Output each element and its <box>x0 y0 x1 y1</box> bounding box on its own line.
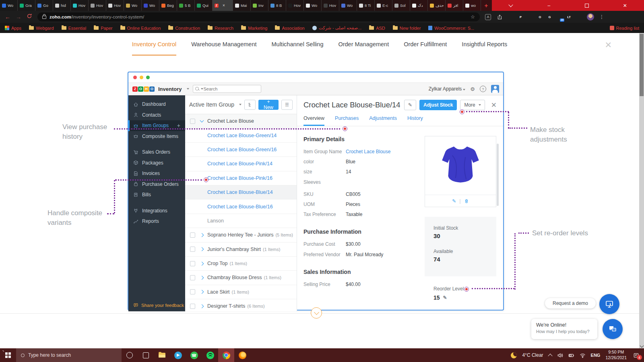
extension-icon[interactable]: P <box>518 14 524 20</box>
tab-search-icon[interactable] <box>492 0 530 11</box>
request-demo-button[interactable] <box>599 294 619 314</box>
browser-tab[interactable]: Wo × <box>304 0 322 11</box>
bookmark-item[interactable]: Association <box>275 26 304 31</box>
item-row[interactable]: Lace Skirt (1 Items) <box>185 285 297 299</box>
browser-tab[interactable]: Hov × <box>286 0 304 11</box>
browser-tab[interactable]: hid × <box>53 0 71 11</box>
detail-tab[interactable]: History <box>407 115 423 126</box>
browser-tab[interactable]: wo × <box>463 0 481 11</box>
back-icon[interactable]: ← <box>5 14 10 20</box>
item-row[interactable]: Crochet Lace Blouse-Pink/14 <box>185 157 297 171</box>
scrollbar-thumb[interactable] <box>640 34 644 96</box>
browser-menu-icon[interactable]: ⋮ <box>599 14 604 20</box>
extension-icon[interactable] <box>527 14 533 20</box>
sidebar-item[interactable]: Integrations <box>128 206 185 216</box>
site-nav-tab[interactable]: Order Fulfillment <box>404 33 447 56</box>
url-bar[interactable]: zoho.com/inventory/inventory-control-sys… <box>37 12 480 21</box>
row-chevron-icon[interactable] <box>200 276 204 280</box>
bookmark-item[interactable]: Apps <box>5 26 21 31</box>
bookmark-item[interactable]: ASD <box>369 26 385 31</box>
sidebar-item[interactable]: Reports <box>128 216 185 227</box>
browser-tab[interactable]: E-c × <box>375 0 392 11</box>
bookmark-item[interactable]: Research <box>208 26 233 31</box>
new-item-button[interactable]: + New <box>258 100 278 110</box>
taskbar-clock[interactable]: 9:50 PM 12/26/2021 <box>605 350 627 360</box>
bookmark-item[interactable]: Essential <box>62 26 87 31</box>
browser-tab[interactable]: Sol × <box>392 0 410 11</box>
extension-icon[interactable]: G <box>547 14 553 20</box>
sidebar-item[interactable]: Bills <box>128 189 185 200</box>
site-nav-tab[interactable]: Inventory Control <box>132 33 176 56</box>
browser-tab[interactable]: Inv × <box>251 0 268 11</box>
extension-icon[interactable]: LT <box>566 14 572 20</box>
search-scope-caret-icon[interactable] <box>201 88 203 90</box>
row-checkbox[interactable] <box>190 261 195 266</box>
browser-tab[interactable]: دک × <box>410 0 428 11</box>
browser-tab[interactable]: Wo × <box>339 0 357 11</box>
bookmark-item[interactable]: صفحه اصلی - شرکت... <box>312 25 361 31</box>
row-checkbox[interactable] <box>190 247 195 252</box>
bookmark-item[interactable]: Online Education <box>120 26 161 31</box>
extension-icon[interactable]: O <box>537 14 543 20</box>
row-checkbox[interactable] <box>190 304 195 309</box>
item-row[interactable]: Designer T-shirts (6 Items) <box>185 299 297 311</box>
page-scrollbar[interactable] <box>639 33 644 348</box>
delete-image-icon[interactable] <box>464 199 469 204</box>
detail-close-icon[interactable]: ✕ <box>491 101 497 109</box>
detail-tab[interactable]: Adjustments <box>369 115 397 126</box>
page-close-icon[interactable]: ✕ <box>605 40 612 50</box>
forward-icon[interactable]: → <box>16 14 21 20</box>
browser-tab[interactable]: 5 B × <box>177 0 195 11</box>
item-row[interactable]: Soprano Henley Tee - Juniors (5 Items) <box>185 228 297 242</box>
user-avatar[interactable] <box>491 85 499 93</box>
brand-caret-icon[interactable] <box>187 88 189 90</box>
wifi-icon[interactable] <box>580 352 586 358</box>
firefox-button[interactable] <box>234 348 250 362</box>
adjust-stock-button[interactable]: Adjust Stock <box>419 100 457 110</box>
browser-tab[interactable]: Mai × <box>233 0 251 11</box>
item-row[interactable]: Crochet Lace Blouse-Green/16 <box>185 143 297 157</box>
item-row[interactable]: Crop Top (1 Items) <box>185 257 297 271</box>
bookmark-item[interactable]: New folder <box>393 26 421 31</box>
detail-tab[interactable]: Purchases <box>335 115 359 126</box>
site-nav-tab[interactable]: Order Management <box>338 33 389 56</box>
edit-image-icon[interactable]: ✎ <box>452 198 456 204</box>
battery-icon[interactable] <box>568 352 574 358</box>
chat-status-card[interactable]: We're Online! How may I help you today? <box>531 319 597 339</box>
item-row[interactable]: Crochet Lace Blouse-Blue/16 <box>185 200 297 214</box>
list-filter-dropdown[interactable]: Active Item Group <box>189 101 234 108</box>
new-tab-button[interactable]: + <box>481 0 491 11</box>
sidebar-item[interactable]: Composite Items <box>128 131 185 142</box>
sidebar-item[interactable]: Invoices <box>128 168 185 179</box>
bookmark-item[interactable]: WooCommerce: S... <box>428 26 474 31</box>
action-center-button[interactable]: 4 <box>632 351 640 359</box>
taskbar-search[interactable]: Type here to search <box>16 348 122 362</box>
scroll-down-circle-button[interactable] <box>311 307 322 319</box>
bookmark-item[interactable]: Paper <box>94 26 112 31</box>
item-row[interactable]: Crochet Lace Blouse-Green/14 <box>185 128 297 142</box>
file-explorer-button[interactable] <box>154 348 170 362</box>
tray-expand-icon[interactable] <box>548 354 552 358</box>
reload-icon[interactable] <box>27 13 32 21</box>
tree-view-button[interactable] <box>244 100 256 110</box>
browser-tab[interactable]: Hov × <box>71 0 89 11</box>
sidebar-item[interactable]: Dashboard <box>128 99 185 110</box>
item-row[interactable]: Crochet Lace Blouse-Blue/14 <box>185 185 297 200</box>
share-feedback-button[interactable]: Share your feedback <box>133 302 184 308</box>
item-row[interactable]: Junior's Chambray Shirt (1 Items) <box>185 243 297 257</box>
edit-item-button[interactable]: ✎ <box>404 100 416 110</box>
translate-icon[interactable]: A <box>485 14 491 20</box>
sidebar-item[interactable]: Contacts <box>128 110 185 121</box>
browser-tab[interactable]: Hov × <box>89 0 106 11</box>
language-indicator[interactable]: ENG <box>591 353 601 358</box>
browser-tab[interactable]: Z × <box>213 0 233 11</box>
browser-tab[interactable]: Qui × <box>195 0 213 11</box>
row-chevron-icon[interactable] <box>200 304 204 308</box>
row-chevron-icon[interactable] <box>200 119 204 123</box>
tab-close-icon[interactable]: × <box>223 3 225 8</box>
weather-text[interactable]: 4°C Clear <box>522 352 543 358</box>
browser-tab[interactable]: Go × <box>35 0 53 11</box>
item-row[interactable]: Crochet Lace Blouse <box>185 114 297 128</box>
item-row[interactable]: Lanson <box>185 214 297 228</box>
item-row[interactable]: Crochet Lace Blouse-Pink/16 <box>185 171 297 185</box>
